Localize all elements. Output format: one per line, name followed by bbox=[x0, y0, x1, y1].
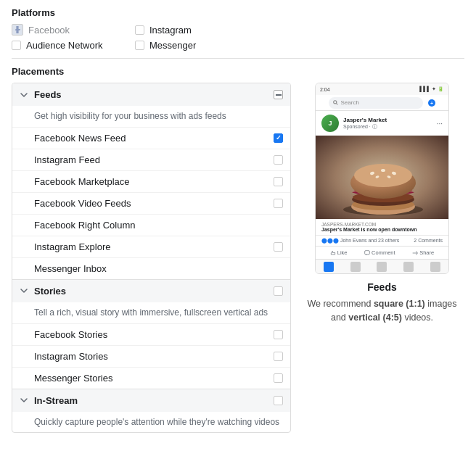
svg-point-0 bbox=[333, 101, 336, 104]
feeds-minus-checkbox[interactable] bbox=[274, 90, 283, 99]
instagram-feed-item[interactable]: Instagram Feed bbox=[12, 149, 290, 170]
platform-audience-network[interactable]: Audience Network bbox=[12, 40, 135, 51]
nav-marketplace bbox=[377, 262, 387, 272]
preview-panel: 2:04 ▌▌▌ ✦ 🔋 Search + J Jasper's Market … bbox=[300, 83, 464, 433]
svg-line-1 bbox=[336, 104, 337, 105]
feeds-description: Get high visibility for your business wi… bbox=[12, 106, 290, 127]
platform-facebook: Facebook bbox=[12, 24, 135, 36]
facebook-video-feeds-item[interactable]: Facebook Video Feeds bbox=[12, 192, 290, 214]
messenger-label: Messenger bbox=[149, 40, 196, 51]
square-label: square (1:1) bbox=[374, 299, 425, 309]
desc-text-1: We recommend bbox=[307, 299, 373, 309]
comments-text: 2 Comments bbox=[414, 238, 443, 243]
caption-text: Jasper's Market is now open downtown bbox=[321, 227, 443, 232]
share-icon bbox=[412, 250, 418, 256]
phone-status-bar: 2:04 ▌▌▌ ✦ 🔋 bbox=[316, 83, 448, 95]
vertical-label: vertical (4:5) bbox=[348, 312, 402, 323]
svg-rect-17 bbox=[365, 250, 370, 254]
phone-likes-row: ⬤⬤⬤ John Evans and 23 others 2 Comments bbox=[316, 235, 448, 246]
facebook-news-feed-label: Facebook News Feed bbox=[34, 133, 268, 144]
nav-notifications bbox=[403, 262, 414, 272]
facebook-news-feed-item[interactable]: Facebook News Feed bbox=[12, 127, 290, 149]
facebook-marketplace-label: Facebook Marketplace bbox=[34, 176, 268, 187]
like-action: Like bbox=[330, 249, 348, 256]
instagram-feed-checkbox[interactable] bbox=[274, 155, 283, 165]
profile-name: Jasper's Market bbox=[343, 117, 432, 123]
facebook-video-feeds-checkbox[interactable] bbox=[274, 199, 283, 208]
in-stream-group: In-Stream Quickly capture people's atten… bbox=[12, 389, 290, 433]
platforms-grid: Facebook Instagram Audience Network Mess… bbox=[12, 24, 258, 51]
comment-icon bbox=[364, 250, 370, 256]
facebook-marketplace-item[interactable]: Facebook Marketplace bbox=[12, 170, 290, 192]
phone-menu-icon: + bbox=[427, 99, 436, 107]
messenger-stories-label: Messenger Stories bbox=[34, 373, 268, 384]
instagram-label: Instagram bbox=[149, 25, 192, 36]
messenger-inbox-label: Messenger Inbox bbox=[34, 263, 268, 274]
phone-signal: ▌▌▌ ✦ 🔋 bbox=[419, 86, 444, 92]
facebook-stories-checkbox[interactable] bbox=[274, 330, 283, 339]
instagram-stories-item[interactable]: Instagram Stories bbox=[12, 345, 290, 367]
instagram-stories-label: Instagram Stories bbox=[34, 351, 268, 362]
nav-video bbox=[350, 262, 361, 272]
main-layout: Feeds Get high visibility for your busin… bbox=[12, 83, 464, 433]
stories-group-header[interactable]: Stories bbox=[12, 280, 290, 302]
phone-search-bar: Search + bbox=[316, 95, 448, 111]
instagram-checkbox[interactable] bbox=[135, 25, 144, 35]
comment-action: Comment bbox=[364, 249, 395, 256]
stories-chevron-icon bbox=[20, 286, 28, 295]
feeds-chevron-icon bbox=[20, 91, 28, 99]
phone-search-inner: Search bbox=[329, 97, 423, 109]
stories-title: Stories bbox=[34, 286, 268, 297]
stories-description: Tell a rich, visual story with immersive… bbox=[12, 302, 290, 323]
profile-avatar: J bbox=[321, 115, 339, 132]
facebook-video-feeds-label: Facebook Video Feeds bbox=[34, 198, 268, 209]
facebook-icon bbox=[12, 24, 23, 36]
nav-home bbox=[324, 262, 334, 272]
nav-menu bbox=[430, 262, 440, 272]
facebook-right-column-label: Facebook Right Column bbox=[34, 220, 268, 231]
svg-point-11 bbox=[354, 164, 412, 187]
facebook-news-feed-checkbox[interactable] bbox=[274, 133, 283, 143]
placements-list: Feeds Get high visibility for your busin… bbox=[12, 83, 291, 433]
phone-ad-image bbox=[316, 136, 448, 219]
messenger-stories-item[interactable]: Messenger Stories bbox=[12, 367, 290, 389]
platforms-section: Platforms Facebook Instagram Audience Ne… bbox=[12, 7, 464, 51]
panel-description: We recommend square (1:1) images and ver… bbox=[300, 297, 464, 325]
messenger-inbox-item[interactable]: Messenger Inbox bbox=[12, 257, 290, 279]
panel-label: Feeds bbox=[367, 281, 396, 293]
svg-text:+: + bbox=[430, 101, 432, 106]
like-icon bbox=[330, 250, 336, 256]
profile-info: Jasper's Market Sponsored · ⓘ bbox=[343, 117, 432, 131]
facebook-right-column-item[interactable]: Facebook Right Column bbox=[12, 214, 290, 236]
in-stream-group-header[interactable]: In-Stream bbox=[12, 389, 290, 412]
stories-group: Stories Tell a rich, visual story with i… bbox=[12, 280, 290, 389]
platform-instagram[interactable]: Instagram bbox=[135, 24, 258, 36]
likes-text: John Evans and 23 others bbox=[340, 238, 399, 243]
platforms-title: Platforms bbox=[12, 7, 464, 18]
instagram-explore-item[interactable]: Instagram Explore bbox=[12, 236, 290, 257]
facebook-label: Facebook bbox=[28, 25, 70, 36]
messenger-stories-checkbox[interactable] bbox=[274, 373, 283, 383]
phone-caption: JASPERS-MARKET.COM Jasper's Market is no… bbox=[316, 219, 448, 235]
phone-profile-row: J Jasper's Market Sponsored · ⓘ ··· bbox=[316, 111, 448, 136]
instagram-stories-checkbox[interactable] bbox=[274, 352, 283, 361]
phone-mockup: 2:04 ▌▌▌ ✦ 🔋 Search + J Jasper's Market … bbox=[315, 83, 449, 274]
in-stream-description: Quickly capture people's attention while… bbox=[12, 412, 290, 433]
phone-search-icon bbox=[333, 100, 338, 105]
audience-network-label: Audience Network bbox=[26, 40, 103, 51]
phone-actions-row: Like Comment Share bbox=[316, 246, 448, 259]
instagram-explore-checkbox[interactable] bbox=[274, 242, 283, 252]
feeds-group-header[interactable]: Feeds bbox=[12, 83, 290, 106]
facebook-marketplace-checkbox[interactable] bbox=[274, 177, 283, 186]
phone-time: 2:04 bbox=[320, 87, 330, 92]
messenger-checkbox[interactable] bbox=[135, 41, 144, 50]
platform-messenger[interactable]: Messenger bbox=[135, 40, 258, 51]
phone-search-text: Search bbox=[341, 99, 359, 106]
audience-network-checkbox[interactable] bbox=[12, 41, 21, 50]
in-stream-chevron-icon bbox=[20, 396, 28, 405]
facebook-stories-label: Facebook Stories bbox=[34, 329, 268, 340]
in-stream-title: In-Stream bbox=[34, 395, 268, 406]
facebook-stories-item[interactable]: Facebook Stories bbox=[12, 323, 290, 345]
in-stream-checkbox[interactable] bbox=[274, 396, 283, 405]
stories-checkbox[interactable] bbox=[274, 286, 283, 296]
